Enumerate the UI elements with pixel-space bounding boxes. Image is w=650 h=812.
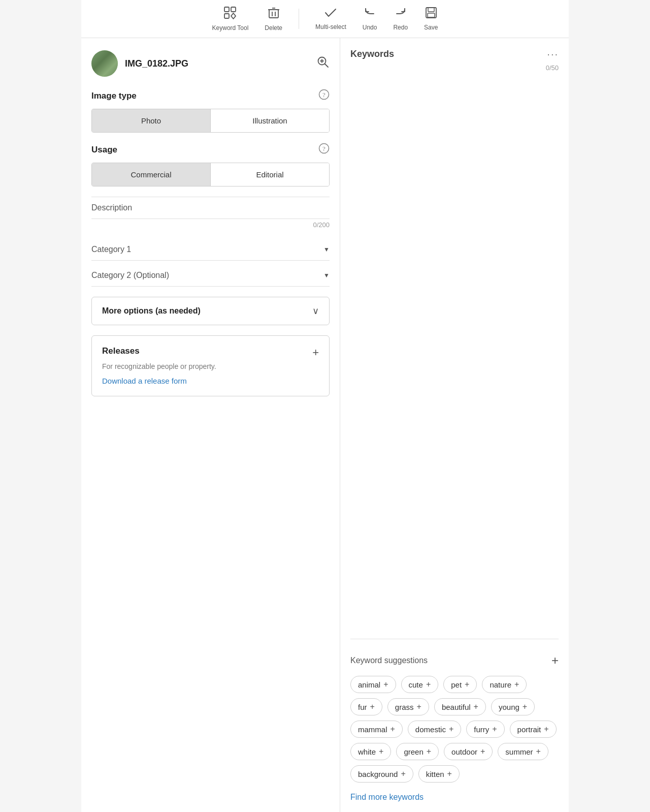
file-name: IMG_0182.JPG xyxy=(125,58,188,69)
tag-add-icon[interactable]: + xyxy=(465,680,469,689)
svg-rect-2 xyxy=(224,14,229,18)
suggestion-tag[interactable]: mammal+ xyxy=(350,721,403,738)
tag-add-icon[interactable]: + xyxy=(401,769,405,778)
tag-add-icon[interactable]: + xyxy=(447,769,452,778)
suggestion-tag[interactable]: summer+ xyxy=(498,743,548,760)
usage-editorial-button[interactable]: Editorial xyxy=(211,163,329,186)
image-type-title: Image type xyxy=(91,91,137,101)
file-thumbnail xyxy=(91,50,118,77)
suggestion-tag-label: pet xyxy=(451,680,462,689)
tag-add-icon[interactable]: + xyxy=(514,680,519,689)
multiselect-icon xyxy=(324,7,337,21)
usage-header: Usage ? xyxy=(91,143,330,157)
keyword-tool-button[interactable]: Keyword Tool xyxy=(212,6,249,32)
image-type-help-icon[interactable]: ? xyxy=(318,89,330,103)
save-button[interactable]: Save xyxy=(424,7,438,31)
suggestion-tag[interactable]: portrait+ xyxy=(510,721,557,738)
category2-label: Category 2 (Optional) xyxy=(91,271,169,280)
suggestion-tag[interactable]: furry+ xyxy=(466,721,504,738)
suggestion-tag[interactable]: animal+ xyxy=(350,676,396,693)
category2-dropdown[interactable]: Category 2 (Optional) ▼ xyxy=(91,265,330,287)
tag-add-icon[interactable]: + xyxy=(391,725,395,734)
find-more-keywords-link[interactable]: Find more keywords xyxy=(350,793,559,802)
category1-dropdown[interactable]: Category 1 ▼ xyxy=(91,239,330,261)
suggestion-tag-label: green xyxy=(404,747,423,756)
suggestion-tag[interactable]: green+ xyxy=(396,743,439,760)
toolbar: Keyword Tool Delete Multi-select xyxy=(81,0,569,38)
tag-add-icon[interactable]: + xyxy=(383,680,388,689)
tag-add-icon[interactable]: + xyxy=(523,702,527,711)
tag-add-icon[interactable]: + xyxy=(370,702,375,711)
keywords-menu-icon[interactable]: ··· xyxy=(547,48,559,60)
suggestion-tag-label: kitten xyxy=(426,770,444,778)
tag-add-icon[interactable]: + xyxy=(417,702,421,711)
keywords-area[interactable] xyxy=(350,76,559,639)
save-label: Save xyxy=(424,24,438,31)
suggestion-tag[interactable]: white+ xyxy=(350,743,391,760)
svg-rect-0 xyxy=(224,7,229,12)
redo-icon xyxy=(395,7,407,22)
tag-add-icon[interactable]: + xyxy=(427,747,431,756)
delete-button[interactable]: Delete xyxy=(265,6,282,32)
suggestion-tag-label: white xyxy=(358,747,376,756)
tag-add-icon[interactable]: + xyxy=(426,680,431,689)
undo-button[interactable]: Undo xyxy=(363,7,377,31)
keywords-header: Keywords ··· xyxy=(350,48,559,60)
image-type-illustration-button[interactable]: Illustration xyxy=(211,109,329,132)
suggestion-tag[interactable]: domestic+ xyxy=(408,721,461,738)
suggestion-tag[interactable]: nature+ xyxy=(482,676,527,693)
more-options-section[interactable]: More options (as needed) ∨ xyxy=(91,297,330,325)
tag-add-icon[interactable]: + xyxy=(492,725,497,734)
toolbar-divider xyxy=(299,9,299,29)
category1-arrow-icon: ▼ xyxy=(323,246,330,253)
usage-help-icon[interactable]: ? xyxy=(318,143,330,157)
description-label: Description xyxy=(91,203,132,212)
tag-add-icon[interactable]: + xyxy=(480,747,485,756)
suggestion-tag[interactable]: background+ xyxy=(350,765,413,783)
multiselect-label: Multi-select xyxy=(315,23,346,30)
tag-add-icon[interactable]: + xyxy=(474,702,478,711)
suggestion-tag-label: nature xyxy=(490,680,511,689)
suggestion-tag[interactable]: outdoor+ xyxy=(444,743,493,760)
tag-add-icon[interactable]: + xyxy=(544,725,548,734)
category2-arrow-icon: ▼ xyxy=(323,272,330,279)
suggestion-tag-label: beautiful xyxy=(442,703,471,711)
suggestion-tag-label: domestic xyxy=(415,725,446,734)
svg-text:?: ? xyxy=(322,91,326,99)
keyword-tool-label: Keyword Tool xyxy=(212,24,249,32)
file-info: IMG_0182.JPG xyxy=(91,50,188,77)
suggestion-tag[interactable]: cute+ xyxy=(401,676,439,693)
suggestion-tag[interactable]: fur+ xyxy=(350,698,382,715)
suggestion-tag[interactable]: kitten+ xyxy=(418,765,460,783)
description-row: Description xyxy=(91,197,330,219)
releases-add-icon[interactable]: + xyxy=(312,346,319,359)
svg-marker-3 xyxy=(231,13,236,19)
tag-add-icon[interactable]: + xyxy=(449,725,453,734)
tag-add-icon[interactable]: + xyxy=(536,747,540,756)
zoom-icon[interactable] xyxy=(316,55,330,72)
suggestions-add-all-icon[interactable]: + xyxy=(551,653,559,668)
suggestions-title: Keyword suggestions xyxy=(350,656,428,665)
suggestion-tag[interactable]: beautiful+ xyxy=(434,698,486,715)
suggestion-tag[interactable]: young+ xyxy=(491,698,535,715)
save-icon xyxy=(425,7,437,22)
suggestion-tag-label: mammal xyxy=(358,725,387,734)
suggestion-tag-label: portrait xyxy=(517,725,541,734)
suggestion-tag-label: grass xyxy=(395,703,414,711)
image-type-photo-button[interactable]: Photo xyxy=(92,109,210,132)
suggestion-tag[interactable]: pet+ xyxy=(443,676,477,693)
svg-text:?: ? xyxy=(322,145,326,152)
usage-commercial-button[interactable]: Commercial xyxy=(92,163,210,186)
releases-title: Releases xyxy=(102,346,140,356)
download-release-link[interactable]: Download a release form xyxy=(102,377,187,385)
usage-section: Usage ? Commercial Editorial xyxy=(91,143,330,186)
redo-button[interactable]: Redo xyxy=(393,7,408,31)
multiselect-button[interactable]: Multi-select xyxy=(315,7,346,30)
tag-add-icon[interactable]: + xyxy=(379,747,383,756)
suggestions-section: Keyword suggestions + animal+cute+pet+na… xyxy=(350,653,559,802)
chevron-down-icon: ∨ xyxy=(312,305,319,317)
keyword-tool-icon xyxy=(223,6,237,22)
usage-title: Usage xyxy=(91,145,117,155)
suggestion-tag-label: background xyxy=(358,770,398,778)
suggestion-tag[interactable]: grass+ xyxy=(387,698,429,715)
